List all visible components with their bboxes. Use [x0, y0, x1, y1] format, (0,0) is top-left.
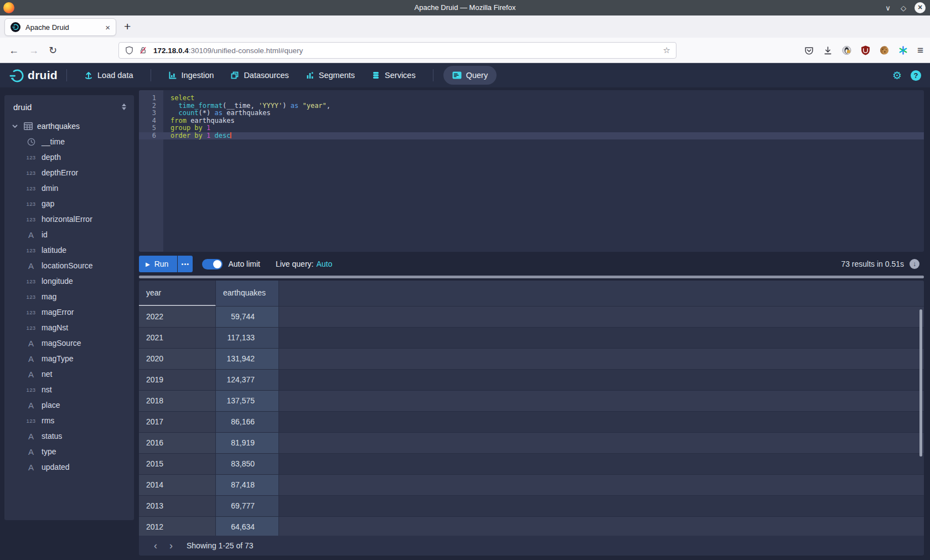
tree-column-magError[interactable]: 123magError — [4, 304, 134, 320]
cell-earthquakes[interactable]: 87,418 — [216, 475, 279, 495]
help-icon[interactable]: ? — [911, 70, 921, 81]
cell-year[interactable]: 2022 — [139, 307, 216, 327]
editor-line-6[interactable]: 6order by 1 desc — [139, 132, 924, 140]
cell-earthquakes[interactable]: 64,634 — [216, 517, 279, 536]
insecure-lock-icon[interactable] — [138, 46, 148, 55]
table-row-2017[interactable]: 201786,166 — [139, 411, 924, 432]
chevron-down-icon[interactable] — [12, 123, 18, 129]
tree-column-nst[interactable]: 123nst — [4, 382, 134, 397]
live-query-value[interactable]: Auto — [316, 260, 332, 268]
tree-column-updated[interactable]: Aupdated — [4, 459, 134, 475]
next-page-button[interactable]: › — [163, 540, 179, 552]
cell-earthquakes[interactable]: 81,919 — [216, 433, 279, 453]
window-shade-button[interactable]: ∨ — [884, 4, 892, 12]
pocket-icon[interactable] — [804, 46, 814, 55]
tree-column-dmin[interactable]: 123dmin — [4, 180, 134, 196]
tree-column-type[interactable]: Atype — [4, 444, 134, 459]
cell-year[interactable]: 2015 — [139, 454, 216, 474]
column-header-earthquakes[interactable]: earthquakes — [216, 281, 279, 307]
bookmark-star-icon[interactable]: ☆ — [663, 45, 670, 55]
nav-query[interactable]: Query — [443, 66, 497, 85]
reload-button[interactable]: ↻ — [49, 38, 57, 63]
vertical-scrollbar[interactable] — [919, 309, 922, 457]
table-row-2019[interactable]: 2019124,377 — [139, 369, 924, 390]
window-maximize-button[interactable]: ◇ — [899, 4, 908, 12]
run-more-button[interactable]: ••• — [178, 256, 193, 272]
tree-column-depthError[interactable]: 123depthError — [4, 165, 134, 180]
tab-apache-druid[interactable]: Apache Druid × — [4, 18, 116, 36]
cell-earthquakes[interactable]: 86,166 — [216, 412, 279, 432]
downloads-icon[interactable] — [823, 46, 833, 55]
cookie-extension-icon[interactable] — [880, 46, 889, 55]
tab-close-icon[interactable]: × — [105, 23, 110, 32]
cell-earthquakes[interactable]: 59,744 — [216, 307, 279, 327]
column-header-year[interactable]: year — [139, 281, 216, 307]
editor-line-2[interactable]: 2 time_format(__time, 'YYYY') as "year", — [139, 102, 924, 110]
menu-icon[interactable]: ≡ — [917, 44, 923, 56]
cell-year[interactable]: 2016 — [139, 433, 216, 453]
back-button[interactable]: ← — [9, 38, 19, 63]
table-row-2018[interactable]: 2018137,575 — [139, 390, 924, 411]
cell-year[interactable]: 2021 — [139, 328, 216, 348]
schema-switcher-icon[interactable] — [122, 103, 126, 110]
tree-column-mag[interactable]: 123mag — [4, 289, 134, 304]
table-row-2015[interactable]: 201583,850 — [139, 453, 924, 474]
cell-year[interactable]: 2018 — [139, 391, 216, 411]
url-bar[interactable]: 172.18.0.4 :30109/unified-console.html#q… — [118, 42, 676, 59]
tree-column-longitude[interactable]: 123longitude — [4, 273, 134, 289]
tree-column-horizontalError[interactable]: 123horizontalError — [4, 211, 134, 227]
tree-column-magType[interactable]: AmagType — [4, 351, 134, 366]
tree-column-depth[interactable]: 123depth — [4, 149, 134, 165]
cell-year[interactable]: 2013 — [139, 496, 216, 516]
nav-services[interactable]: Services — [363, 66, 424, 85]
table-row-2020[interactable]: 2020131,942 — [139, 348, 924, 369]
table-row-2014[interactable]: 201487,418 — [139, 474, 924, 495]
containers-asterisk-icon[interactable] — [898, 46, 908, 55]
cell-year[interactable]: 2020 — [139, 349, 216, 369]
editor-line-4[interactable]: 4from earthquakes — [139, 117, 924, 125]
run-button[interactable]: ▶ Run — [139, 256, 177, 272]
cell-earthquakes[interactable]: 131,942 — [216, 349, 279, 369]
extension-privacy-lock-icon[interactable] — [842, 46, 851, 55]
table-row-2013[interactable]: 201369,777 — [139, 495, 924, 516]
tree-column-locationSource[interactable]: AlocationSource — [4, 258, 134, 273]
window-close-button[interactable]: × — [914, 2, 926, 13]
nav-load-data[interactable]: Load data — [76, 66, 142, 85]
tracking-shield-icon[interactable] — [125, 46, 134, 55]
new-tab-button[interactable]: + — [124, 20, 131, 33]
tree-column-rms[interactable]: 123rms — [4, 413, 134, 428]
horizontal-scrollbar[interactable] — [139, 276, 924, 278]
tree-column-net[interactable]: Anet — [4, 366, 134, 382]
tree-column-id[interactable]: Aid — [4, 227, 134, 242]
cell-earthquakes[interactable]: 83,850 — [216, 454, 279, 474]
cell-year[interactable]: 2014 — [139, 475, 216, 495]
ublock-origin-icon[interactable] — [861, 46, 870, 55]
sql-editor[interactable]: 1select2 time_format(__time, 'YYYY') as … — [139, 90, 924, 252]
cell-year[interactable]: 2012 — [139, 517, 216, 536]
tree-column-__time[interactable]: __time — [4, 134, 134, 149]
tree-column-status[interactable]: Astatus — [4, 428, 134, 444]
tree-column-magSource[interactable]: AmagSource — [4, 335, 134, 351]
tree-column-latitude[interactable]: 123latitude — [4, 242, 134, 258]
prev-page-button[interactable]: ‹ — [148, 540, 163, 552]
cell-earthquakes[interactable]: 69,777 — [216, 496, 279, 516]
cell-earthquakes[interactable]: 137,575 — [216, 391, 279, 411]
table-row-2012[interactable]: 201264,634 — [139, 516, 924, 536]
tree-column-magNst[interactable]: 123magNst — [4, 320, 134, 335]
editor-line-1[interactable]: 1select — [139, 95, 924, 102]
druid-logo[interactable]: druid — [9, 68, 58, 83]
download-results-icon[interactable]: ↓ — [910, 259, 919, 269]
settings-gear-icon[interactable]: ⚙ — [892, 69, 902, 82]
tree-table-earthquakes[interactable]: earthquakes — [4, 118, 134, 134]
nav-segments[interactable]: Segments — [297, 66, 363, 85]
cell-year[interactable]: 2019 — [139, 370, 216, 390]
nav-ingestion[interactable]: Ingestion — [160, 66, 223, 85]
cell-year[interactable]: 2017 — [139, 412, 216, 432]
tree-column-gap[interactable]: 123gap — [4, 196, 134, 211]
cell-earthquakes[interactable]: 124,377 — [216, 370, 279, 390]
nav-datasources[interactable]: Datasources — [222, 66, 297, 85]
table-row-2016[interactable]: 201681,919 — [139, 432, 924, 453]
tree-column-place[interactable]: Aplace — [4, 397, 134, 413]
table-row-2022[interactable]: 202259,744 — [139, 306, 924, 327]
editor-line-5[interactable]: 5group by 1 — [139, 125, 924, 132]
